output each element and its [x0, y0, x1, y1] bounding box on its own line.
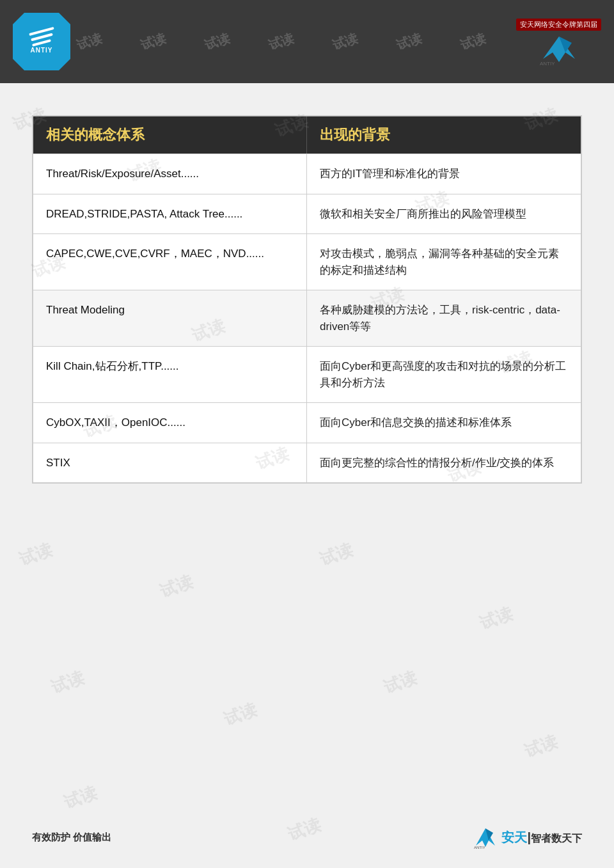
watermark-14: 试读 [317, 539, 356, 571]
watermark-15: 试读 [477, 603, 516, 635]
header: ANTIY 试读 试读 试读 试读 试读 试读 试读 安天网络安全令牌第四届 A… [0, 0, 614, 83]
header-wm-2: 试读 [139, 29, 169, 54]
main-table: 相关的概念体系 出现的背景 Threat/Risk/Exposure/Asset… [32, 115, 582, 484]
footer-logo-slogan: 智者数天下 [531, 833, 582, 844]
header-wm-6: 试读 [395, 29, 425, 54]
table-row-right-4: 面向Cyber和更高强度的攻击和对抗的场景的分析工具和分析方法 [307, 346, 581, 402]
svg-marker-0 [543, 36, 575, 62]
table-header: 相关的概念体系 出现的背景 [33, 116, 581, 154]
watermark-18: 试读 [381, 667, 420, 699]
watermark-13: 试读 [157, 571, 196, 603]
antiy-right-icon: ANTIY [537, 33, 581, 65]
table-row-right-3: 各种威胁建模的方法论，工具，risk-centric，data-driven等等 [307, 290, 581, 346]
table-row-left-0: Threat/Risk/Exposure/Asset...... [33, 154, 307, 194]
table-row-right-0: 西方的IT管理和标准化的背景 [307, 154, 581, 194]
header-wm-5: 试读 [331, 29, 361, 54]
table-row-left-3: Threat Modeling [33, 290, 307, 346]
svg-text:ANTIY: ANTIY [474, 846, 485, 849]
table-body: Threat/Risk/Exposure/Asset......西方的IT管理和… [33, 154, 581, 482]
main-content: 相关的概念体系 出现的背景 Threat/Risk/Exposure/Asset… [0, 83, 614, 509]
watermark-16: 试读 [49, 667, 88, 699]
footer-logo: ANTIY 安天|智者数天下 [473, 826, 582, 849]
header-wm-4: 试读 [267, 29, 297, 54]
table-row-right-2: 对攻击模式，脆弱点，漏洞等各种基础的安全元素的标定和描述结构 [307, 233, 581, 290]
table-row-left-4: Kill Chain,钻石分析,TTP...... [33, 346, 307, 402]
svg-text:ANTIY: ANTIY [540, 61, 555, 65]
footer-logo-text: 安天|智者数天下 [501, 829, 582, 846]
header-watermarks: 试读 试读 试读 试读 试读 试读 试读 [0, 0, 614, 83]
header-wm-3: 试读 [203, 29, 233, 54]
table-row-left-6: STIX [33, 443, 307, 483]
header-wm-1: 试读 [75, 29, 105, 54]
footer: 有效防护 价值输出 ANTIY 安天|智者数天下 [32, 826, 582, 849]
watermark-17: 试读 [221, 698, 260, 731]
footer-tagline: 有效防护 价值输出 [32, 832, 111, 844]
svg-marker-3 [476, 828, 495, 847]
table-row-right-1: 微软和相关安全厂商所推出的风险管理模型 [307, 194, 581, 234]
watermark-19: 试读 [522, 730, 561, 763]
table-row-right-6: 面向更完整的综合性的情报分析/作业/交换的体系 [307, 443, 581, 483]
table-row-left-1: DREAD,STRIDE,PASTA, Attack Tree...... [33, 194, 307, 234]
table-row-left-2: CAPEC,CWE,CVE,CVRF，MAEC，NVD...... [33, 233, 307, 290]
watermark-12: 试读 [17, 539, 56, 571]
header-wm-7: 试读 [459, 29, 489, 54]
table-row-left-5: CybOX,TAXII，OpenIOC...... [33, 402, 307, 443]
footer-logo-brand: 安天 [501, 830, 527, 844]
col2-header: 出现的背景 [307, 116, 581, 154]
col1-header: 相关的概念体系 [33, 116, 307, 154]
footer-logo-icon: ANTIY [473, 826, 498, 849]
table-row-right-5: 面向Cyber和信息交换的描述和标准体系 [307, 402, 581, 443]
watermark-20: 试读 [61, 782, 100, 814]
